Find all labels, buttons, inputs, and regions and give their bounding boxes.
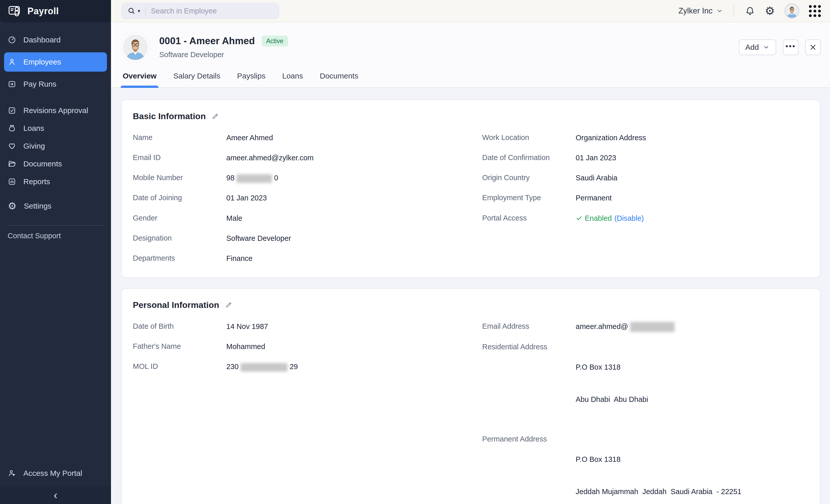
field-row: Portal Access Enabled (Disable) xyxy=(482,213,809,223)
field-row: Email Address ameer.ahmed@ xyxy=(482,322,809,332)
card-title: Personal Information xyxy=(133,300,219,310)
field-label: Email ID xyxy=(133,153,226,162)
sidebar-item-label: Dashboard xyxy=(23,36,61,44)
field-row: MOL ID 23029 xyxy=(133,362,459,372)
sidebar: Payroll Dashboard Employees xyxy=(0,0,111,504)
topbar: ▾ Zylker Inc xyxy=(111,0,830,22)
search-scope-caret-icon[interactable]: ▾ xyxy=(138,8,140,14)
field-row: Employment Type Permanent xyxy=(482,193,809,203)
sidebar-item-label: Settings xyxy=(24,202,51,210)
giving-icon xyxy=(8,142,16,150)
sidebar-item-access-my-portal[interactable]: Access My Portal xyxy=(0,464,111,482)
sidebar-item-giving[interactable]: Giving xyxy=(0,137,111,155)
field-label: Portal Access xyxy=(482,213,576,223)
org-name: Zylker Inc xyxy=(678,6,712,15)
field-row: Permanent Address P.O Box 1318 Jeddah Mu… xyxy=(482,434,809,504)
field-row: Work Location Organization Address xyxy=(482,133,809,143)
tab-documents[interactable]: Documents xyxy=(320,72,358,87)
reports-icon xyxy=(8,177,16,186)
tab-overview[interactable]: Overview xyxy=(123,72,156,87)
field-value-masked: 23029 xyxy=(226,362,298,372)
app-logo[interactable]: Payroll xyxy=(0,0,111,22)
masked-suffix: 29 xyxy=(290,363,298,371)
sidebar-nav: Dashboard Employees Pay Runs xyxy=(0,22,111,215)
masked-value xyxy=(241,363,288,372)
employee-designation: Software Developer xyxy=(159,51,288,59)
field-value-masked: ameer.ahmed@ xyxy=(576,322,677,332)
address-line-2: Abu Dhabi Abu Dhabi xyxy=(576,395,648,404)
tab-salary-details[interactable]: Salary Details xyxy=(173,72,220,87)
field-value: 01 Jan 2023 xyxy=(226,193,267,203)
masked-prefix: 230 xyxy=(226,363,238,371)
field-label: Permanent Address xyxy=(482,434,576,444)
tab-loans[interactable]: Loans xyxy=(282,72,303,87)
field-value-masked: 980 xyxy=(226,173,278,183)
sidebar-item-revisions-approval[interactable]: Revisions Approval xyxy=(0,102,111,119)
main-area: ▾ Zylker Inc xyxy=(111,0,830,504)
field-row: Origin Country Saudi Arabia xyxy=(482,173,809,183)
card-list: Basic Information Name Ameer xyxy=(111,88,830,504)
field-row: Departments Finance xyxy=(133,254,459,263)
disable-portal-link[interactable]: (Disable) xyxy=(614,213,644,223)
field-value: P.O Box 1318 Abu Dhabi Abu Dhabi xyxy=(576,342,648,424)
employee-header: 0001 - Ameer Ahmed Active Software Devel… xyxy=(111,22,830,88)
sidebar-item-contact-support[interactable]: Contact Support xyxy=(0,228,111,244)
sidebar-item-label: Loans xyxy=(23,124,44,133)
field-value: Organization Address xyxy=(576,133,646,143)
field-label: Designation xyxy=(133,233,226,243)
field-value: Mohammed xyxy=(226,342,265,352)
sidebar-item-label: Employees xyxy=(23,58,61,66)
chevron-down-icon xyxy=(716,8,723,14)
sidebar-item-documents[interactable]: Documents xyxy=(0,155,111,173)
search-input[interactable] xyxy=(151,7,273,15)
more-button[interactable]: ••• xyxy=(783,39,799,55)
settings-button[interactable]: ⚙ xyxy=(765,5,775,17)
address-line-2: Jeddah Mujammah Jeddah Saudi Arabia - 22… xyxy=(576,487,742,497)
notifications-button[interactable] xyxy=(745,6,755,16)
avatar-image xyxy=(785,4,799,18)
sidebar-item-settings[interactable]: ⚙ Settings xyxy=(0,197,111,215)
sidebar-item-pay-runs[interactable]: Pay Runs xyxy=(0,75,111,93)
tab-payslips[interactable]: Payslips xyxy=(237,72,266,87)
card-title: Basic Information xyxy=(133,111,206,121)
edit-basic-information-button[interactable] xyxy=(211,113,219,120)
masked-suffix: 0 xyxy=(274,174,278,182)
field-value: P.O Box 1318 Jeddah Mujammah Jeddah Saud… xyxy=(576,434,742,504)
topbar-actions: Zylker Inc ⚙ xyxy=(678,4,821,18)
edit-personal-information-button[interactable] xyxy=(225,301,232,309)
gear-icon: ⚙ xyxy=(765,5,775,17)
sidebar-item-dashboard[interactable]: Dashboard xyxy=(0,31,111,49)
user-avatar[interactable] xyxy=(785,4,799,18)
field-row: Gender Male xyxy=(133,213,459,223)
sidebar-item-label: Revisions Approval xyxy=(23,106,88,115)
sidebar-spacer xyxy=(0,244,111,464)
pencil-icon xyxy=(211,113,219,120)
check-icon xyxy=(576,215,582,222)
dashboard-icon xyxy=(8,36,16,44)
sidebar-item-loans[interactable]: Loans xyxy=(0,119,111,137)
field-label: Gender xyxy=(133,213,226,223)
field-label: Mobile Number xyxy=(133,173,226,182)
app-grid-icon[interactable] xyxy=(809,5,821,17)
sidebar-collapse-button[interactable]: ‹ xyxy=(0,486,111,504)
field-label: MOL ID xyxy=(133,362,226,371)
close-button[interactable] xyxy=(805,39,821,55)
close-icon xyxy=(809,43,817,51)
chevron-left-icon: ‹ xyxy=(54,490,57,501)
field-label: Work Location xyxy=(482,133,576,142)
sidebar-item-employees[interactable]: Employees xyxy=(4,52,107,72)
field-label: Date of Confirmation xyxy=(482,153,576,162)
field-row: Date of Confirmation 01 Jan 2023 xyxy=(482,153,809,163)
avatar-image xyxy=(123,35,148,60)
add-button[interactable]: Add xyxy=(739,39,776,55)
org-switcher[interactable]: Zylker Inc xyxy=(678,6,723,15)
search-divider xyxy=(145,7,146,15)
sidebar-item-reports[interactable]: Reports xyxy=(0,173,111,191)
masked-value xyxy=(630,322,675,332)
field-row: Date of Birth 14 Nov 1987 xyxy=(133,322,459,332)
global-search[interactable]: ▾ xyxy=(121,3,279,19)
settings-gear-icon: ⚙ xyxy=(8,201,17,211)
field-label: Email Address xyxy=(482,322,576,331)
field-row: Name Ameer Ahmed xyxy=(133,133,459,143)
field-label: Origin Country xyxy=(482,173,576,182)
